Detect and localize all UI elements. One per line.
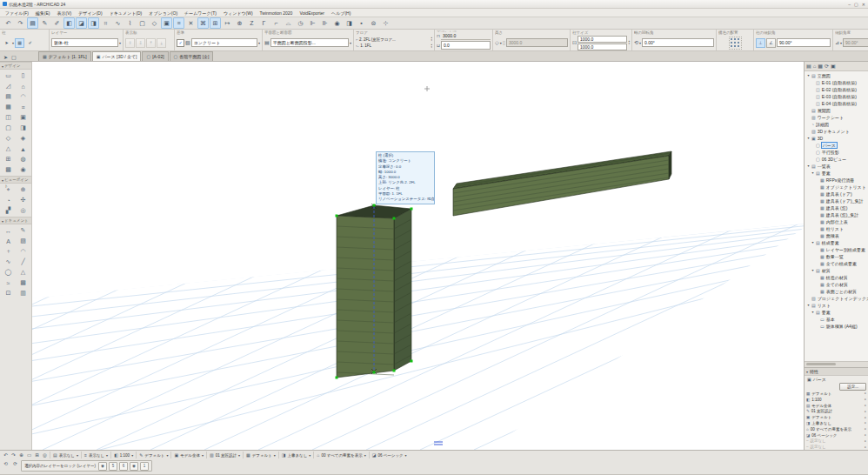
toolbar-button[interactable]: ⊪: [319, 17, 331, 29]
toolbar-button[interactable]: ▣: [161, 17, 172, 29]
tree-item[interactable]: ▼ ▤ リスト: [805, 302, 868, 309]
menu-item[interactable]: VoidExporter: [296, 10, 328, 16]
design-tool-button[interactable]: ⊞: [3, 154, 14, 164]
document-tool-button[interactable]: A: [3, 236, 14, 246]
quick-layer-button[interactable]: ◉: [98, 462, 107, 471]
document-tool-button[interactable]: ＋: [3, 246, 14, 257]
menu-item[interactable]: 表示(V): [54, 10, 76, 16]
tree-item[interactable]: ▭ 基本: [805, 316, 868, 323]
design-tool-button[interactable]: ◠: [17, 91, 29, 102]
tree-item[interactable]: ▼ ▤ 一覧表: [805, 163, 868, 170]
chevron-right-icon[interactable]: ▸: [865, 445, 866, 449]
toolbar-button[interactable]: ▪: [356, 17, 367, 29]
tree-item[interactable]: ▤ 展開図: [805, 107, 868, 114]
top-elevation-field[interactable]: 3000.0: [441, 32, 491, 40]
toolbar-button[interactable]: ⊞: [210, 17, 221, 29]
toolbar-button[interactable]: ⌘: [197, 17, 209, 29]
toolbar-button[interactable]: ⌓: [283, 17, 294, 29]
settings-button[interactable]: 設定...: [839, 383, 866, 391]
document-tool-button[interactable]: ≈: [3, 278, 14, 288]
tree-item[interactable]: ▦ 建具表 (窓): [805, 204, 868, 211]
tree-item[interactable]: ▦ 全ての構成要素: [805, 260, 868, 267]
property-row[interactable]: ✎ 01 意匠設計 ▸: [805, 408, 868, 414]
toolbox-section-viewpoint[interactable]: ▾ビューポイント: [0, 176, 31, 184]
home-floor-value[interactable]: 1. 1FL: [360, 43, 371, 48]
tree-item[interactable]: ◫ E-03 (自動再構築): [805, 93, 868, 100]
document-tool-button[interactable]: ↔: [3, 225, 14, 236]
toolbar-button[interactable]: Z: [246, 17, 257, 29]
quick-option-dropdown[interactable]: ▣ モデル全体 ▾: [170, 452, 206, 458]
chevron-right-icon[interactable]: ▸: [865, 416, 866, 419]
send-backward-icon[interactable]: ⇩: [136, 38, 145, 48]
bottom-elevation-field[interactable]: 0.0: [441, 41, 491, 50]
navigator-header-icon[interactable]: ⟳: [825, 64, 829, 69]
select-tool-icon[interactable]: ▢: [11, 55, 17, 60]
property-row[interactable]: ◪ 06 ベーシック ▸: [805, 432, 868, 438]
view-nav-icon[interactable]: ↶: [2, 452, 10, 458]
design-tool-button[interactable]: △: [3, 144, 14, 154]
tree-item[interactable]: ◔ 詳細図: [805, 121, 868, 128]
view-nav-icon[interactable]: ◎: [41, 452, 49, 458]
menu-item[interactable]: ドキュメント(D): [106, 10, 146, 16]
chevron-down-icon[interactable]: ▾: [500, 41, 502, 45]
toolbar-button[interactable]: ◪: [76, 17, 87, 29]
design-tool-button[interactable]: ◍: [17, 154, 29, 164]
chevron-right-icon[interactable]: ▸: [865, 439, 866, 443]
tree-item[interactable]: ▢ 06 3Dビュー: [805, 156, 868, 163]
toolbar-button[interactable]: ✐: [51, 17, 63, 29]
chevron-right-icon[interactable]: ▸: [865, 398, 866, 401]
send-back-icon[interactable]: ⤓: [157, 38, 166, 48]
design-tool-button[interactable]: ◨: [17, 123, 29, 133]
toolbar-button[interactable]: ◇: [149, 17, 160, 29]
chevron-down-icon[interactable]: ▾: [258, 41, 260, 45]
view-tab[interactable]: ▦ デフォルト [1. 1FL]: [38, 51, 91, 61]
viewpoint-tool-button[interactable]: ⊕: [17, 184, 29, 195]
viewpoint-tool-button[interactable]: ⌖: [3, 184, 14, 195]
toolbar-button[interactable]: ◉: [331, 17, 343, 29]
chevron-down-icon[interactable]: ▾: [119, 41, 121, 45]
pipette-icon[interactable]: ✐: [25, 38, 35, 48]
document-tool-button[interactable]: ▥: [17, 288, 29, 298]
toolbar-button[interactable]: ▢: [137, 17, 148, 29]
toolbar-button[interactable]: ◨: [88, 17, 99, 29]
height-mode-icon[interactable]: ◇: [495, 40, 499, 45]
tree-item[interactable]: ▦ 建具表 (窓)_集計: [805, 211, 868, 218]
vertical-column-button[interactable]: ⊥: [756, 38, 765, 48]
quick-layer-button[interactable]: 1: [140, 462, 149, 471]
view-nav-icon[interactable]: ↷: [10, 452, 17, 458]
tree-item[interactable]: ◫ E-04 (自動再構築): [805, 100, 868, 107]
tree-item[interactable]: ▦ 建具表 (ドア): [805, 191, 868, 197]
document-tool-button[interactable]: ⊡: [3, 288, 14, 298]
document-tool-button[interactable]: ◠: [17, 246, 29, 257]
slope-icon[interactable]: ⊿: [835, 40, 839, 45]
document-tool-button[interactable]: ∿: [3, 257, 14, 267]
design-tool-button[interactable]: ▣: [17, 112, 29, 123]
toolbar-button[interactable]: ◷: [295, 17, 306, 29]
design-tool-button[interactable]: ▭: [3, 70, 14, 81]
toolbar-button[interactable]: ↦: [222, 17, 233, 29]
tree-item[interactable]: ▦ 内部仕上表: [805, 218, 868, 225]
toolbar-button[interactable]: ⌐: [270, 17, 282, 29]
properties-header[interactable]: ▾ 特性: [805, 368, 868, 376]
toolbar-button[interactable]: ↶: [3, 17, 14, 29]
tree-expander-icon[interactable]: ▼: [811, 311, 815, 314]
floorplan-display-dropdown[interactable]: 平面図と断面図投影...: [270, 38, 349, 47]
tree-item[interactable]: ▦ レイヤー別構成要素: [805, 246, 868, 253]
tree-item[interactable]: ◫ E-02 (自動再構築): [805, 86, 868, 93]
quick-option-dropdown[interactable]: ✎ デフォルト ▾: [136, 452, 170, 458]
tree-item[interactable]: ▦ 表面ごとの材質: [805, 288, 868, 295]
tree-item[interactable]: ◫ E-01 (自動再構築): [805, 79, 868, 86]
toolbar-button[interactable]: ⊹: [380, 17, 391, 29]
bring-front-icon[interactable]: ⤒: [146, 38, 156, 48]
tree-item[interactable]: ▼ ▤ 要素: [805, 170, 868, 177]
favorites-icon[interactable]: ▦: [15, 38, 24, 48]
view-nav-icon[interactable]: ▭: [25, 452, 33, 458]
layer-settings-icon[interactable]: ⟳: [11, 460, 19, 467]
viewpoint-tool-button[interactable]: ▞: [3, 205, 14, 216]
design-tool-button[interactable]: ▢: [3, 123, 14, 133]
design-tool-button[interactable]: ◈: [17, 133, 29, 144]
scrollbar-thumb[interactable]: [806, 363, 836, 365]
quick-option-dropdown[interactable]: ▦ デフォルト ▾: [243, 452, 278, 458]
property-row[interactable]: ▤ モデル全体 ▸: [805, 403, 868, 409]
document-tool-button[interactable]: △: [17, 267, 29, 278]
